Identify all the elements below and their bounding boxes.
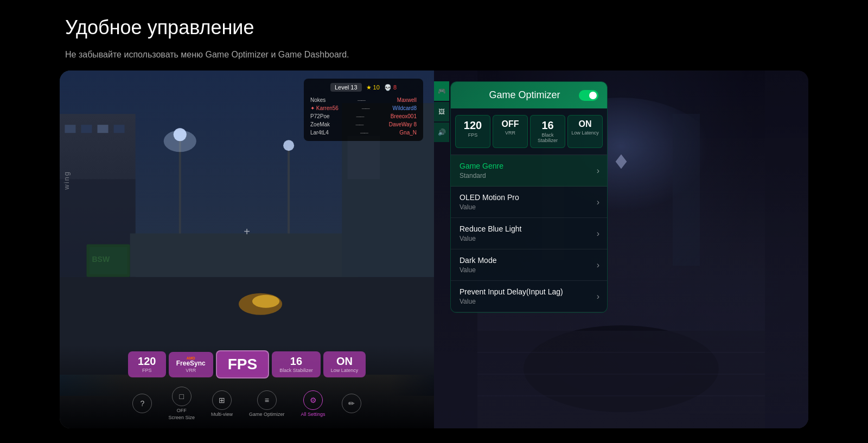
hud-vrr-stat: AMD FreeSync VRR: [169, 352, 213, 377]
hud-latency-value: ON: [331, 356, 359, 367]
settings-icon: ⚙: [303, 390, 323, 410]
menu-item-reduce-blue-light[interactable]: Reduce Blue Light Value ›: [451, 218, 607, 249]
weapon-4: ——: [355, 122, 363, 127]
toolbar-settings-btn[interactable]: ⚙ All Settings: [301, 390, 326, 417]
toolbar-question-btn[interactable]: ?: [132, 394, 152, 413]
optimizer-header: Game Optimizer: [451, 82, 607, 108]
star-count: ★ 10: [366, 84, 380, 91]
menu-item-oled-motion[interactable]: OLED Motion Pro Value ›: [451, 187, 607, 218]
page-subtitle: Не забывайте использовать меню Game Opti…: [65, 50, 803, 60]
svg-rect-12: [288, 146, 290, 233]
score-row-2: ✦ Karren56 —— Wildcard8: [310, 104, 417, 112]
svg-text:BSW: BSW: [92, 255, 110, 264]
score-row-1: Nokes —— Maxwell: [310, 96, 417, 104]
player-name-5: Lar4tL4: [310, 130, 329, 136]
menu-genre-title: Game Genre: [459, 162, 598, 170]
weapon-2: ——: [362, 106, 369, 111]
image-side-icon[interactable]: 🖼: [434, 102, 449, 121]
opt-vrr-label: VRR: [495, 130, 525, 136]
header: Удобное управление Не забывайте использо…: [0, 0, 868, 70]
speaker-side-icon[interactable]: 🔊: [434, 123, 449, 142]
svg-point-13: [283, 140, 294, 151]
pencil-icon: ✏: [342, 394, 361, 413]
opt-fps-value: 120: [458, 120, 488, 131]
menu-genre-value: Standard: [459, 172, 598, 179]
score-header: Level 13 ★ 10 💀 8: [310, 83, 417, 92]
player-name-2: ✦ Karren56: [310, 105, 339, 111]
page-title: Удобное управление: [65, 16, 803, 39]
svg-rect-29: [477, 331, 765, 428]
weapon-1: ——: [358, 98, 365, 102]
opt-stabilizer-value: 16: [533, 120, 563, 131]
hud-fps-value: 120: [136, 356, 158, 367]
screensize-value: OFF: [177, 408, 187, 413]
hud-fps-stat: 120 FPS: [128, 351, 166, 377]
scoreboard: Level 13 ★ 10 💀 8 Nokes —— Maxwell ✦ Kar…: [304, 79, 423, 141]
multiview-icon: ⊞: [212, 390, 232, 410]
optimizer-toggle[interactable]: [579, 90, 598, 101]
menu-oled-arrow: ›: [597, 197, 599, 207]
hud-stats-row: 120 FPS AMD FreeSync VRR FPS 16 Black St…: [71, 350, 423, 378]
menu-blue-arrow: ›: [597, 229, 599, 239]
menu-item-input-delay[interactable]: Prevent Input Delay(Input Lag) Value ›: [451, 281, 607, 312]
menu-item-dark-mode[interactable]: Dark Mode Value ›: [451, 249, 607, 281]
svg-rect-24: [765, 70, 808, 428]
hud-stabilizer-stat: 16 Black Stabilizer: [272, 351, 321, 377]
tv-screen: BSW + Level 13 ★ 10 💀 8 Nokes —— Maxwell: [60, 70, 808, 428]
opt-stat-fps: 120 FPS: [455, 115, 490, 148]
weapon-5: ——: [360, 130, 368, 135]
player-score-5: Gna_N: [399, 130, 417, 136]
hud-fps-label: FPS: [136, 368, 158, 373]
settings-label: All Settings: [301, 412, 326, 417]
player-score-4: DaveWay 8: [389, 121, 417, 127]
crosshair: +: [244, 226, 250, 238]
screensize-icon: □: [172, 387, 192, 406]
weapon-3: ——: [356, 114, 364, 119]
score-row-3: P72Poe —— Breeox001: [310, 112, 417, 120]
menu-oled-value: Value: [459, 203, 598, 211]
menu-delay-value: Value: [459, 298, 598, 305]
hud-latency-label: Low Latency: [331, 368, 359, 373]
svg-rect-5: [81, 125, 92, 133]
svg-rect-6: [98, 125, 108, 133]
player-name-3: P72Poe: [310, 113, 330, 119]
skull-count: 💀 8: [384, 84, 397, 91]
svg-rect-7: [114, 125, 125, 133]
svg-rect-15: [347, 136, 380, 179]
menu-blue-value: Value: [459, 235, 598, 242]
player-name-4: ZoeMak: [310, 121, 330, 127]
toolbar-screensize-btn[interactable]: □ OFF Screen Size: [168, 387, 195, 420]
menu-item-game-genre[interactable]: Game Genre Standard ›: [451, 155, 607, 187]
page-container: Удобное управление Не забывайте использо…: [0, 0, 868, 443]
toolbar-multiview-btn[interactable]: ⊞ Multi-view: [211, 390, 233, 417]
toolbar-pencil-btn[interactable]: ✏: [342, 394, 361, 413]
wing-label: wing: [60, 168, 73, 192]
menu-delay-title: Prevent Input Delay(Input Lag): [459, 287, 598, 296]
gamepad-side-icon[interactable]: 🎮: [434, 81, 449, 101]
hud-latency-stat: ON Low Latency: [323, 351, 366, 377]
fps-big-text: FPS: [228, 356, 257, 373]
optimizer-label: Game Optimizer: [249, 412, 285, 417]
toolbar-optimizer-btn[interactable]: ≡ Game Optimizer: [249, 390, 285, 417]
player-name-1: Nokes: [310, 97, 326, 103]
menu-dark-arrow: ›: [597, 260, 599, 270]
hud-vrr-label: VRR: [176, 368, 206, 373]
hud-stabilizer-value: 16: [279, 356, 313, 367]
player-score-1: Maxwell: [397, 97, 417, 103]
optimizer-menu: Game Genre Standard › OLED Motion Pro Va…: [451, 155, 607, 312]
menu-dark-title: Dark Mode: [459, 256, 598, 265]
score-row-4: ZoeMak —— DaveWay 8: [310, 120, 417, 129]
opt-stat-stabilizer: 16 Black Stabilizer: [530, 115, 565, 148]
level-badge: Level 13: [330, 83, 362, 92]
hud-stabilizer-label: Black Stabilizer: [279, 368, 313, 373]
opt-stabilizer-label: Black Stabilizer: [533, 132, 563, 143]
screensize-label: Screen Size: [168, 415, 195, 420]
opt-latency-value: ON: [570, 120, 600, 129]
player-score-2: Wildcard8: [393, 105, 417, 111]
left-game-screen: BSW + Level 13 ★ 10 💀 8 Nokes —— Maxwell: [60, 70, 434, 428]
side-icons-panel: 🎮 🖼 🔊: [434, 81, 449, 142]
right-game-screen: 🎮 🖼 🔊 Game Optimizer 120 FPS: [434, 70, 808, 428]
menu-oled-title: OLED Motion Pro: [459, 193, 598, 202]
optimizer-title: Game Optimizer: [470, 89, 579, 101]
svg-rect-8: [130, 234, 359, 277]
